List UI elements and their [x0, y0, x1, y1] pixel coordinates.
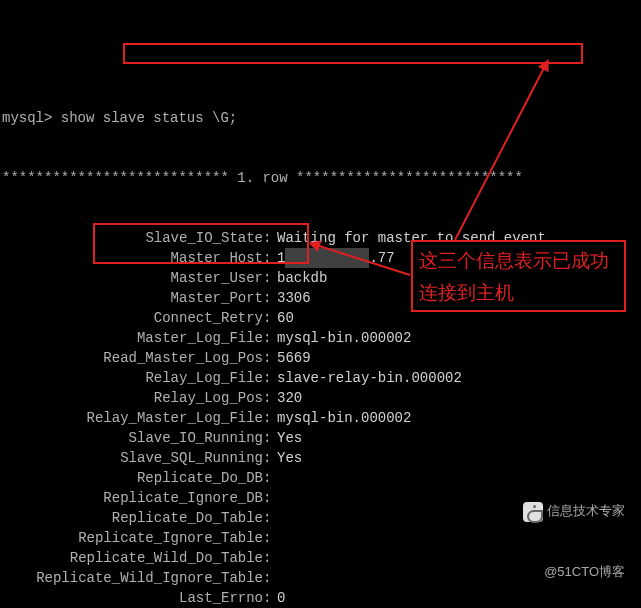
colon: :: [263, 308, 277, 328]
colon: :: [263, 328, 277, 348]
colon: :: [263, 548, 277, 568]
colon: :: [263, 388, 277, 408]
status-value: 5669: [277, 348, 311, 368]
status-row: Relay_Master_Log_File: mysql-bin.000002: [0, 408, 641, 428]
status-label: Read_Master_Log_Pos: [0, 348, 263, 368]
status-row: Relay_Log_Pos: 320: [0, 388, 641, 408]
status-value: mysql-bin.000002: [277, 328, 411, 348]
colon: :: [263, 468, 277, 488]
annotation-callout: 这三个信息表示已成功连接到主机: [411, 240, 626, 312]
colon: :: [263, 488, 277, 508]
colon: :: [263, 288, 277, 308]
colon: :: [263, 448, 277, 468]
status-label: Relay_Log_Pos: [0, 388, 263, 408]
colon: :: [263, 588, 277, 608]
highlight-box-slave-io-state: [123, 43, 583, 64]
status-value: mysql-bin.000002: [277, 408, 411, 428]
status-label: Master_Port: [0, 288, 263, 308]
status-label: Replicate_Do_Table: [0, 508, 263, 528]
colon: :: [263, 348, 277, 368]
status-value: 3306: [277, 288, 311, 308]
status-label: Last_Errno: [0, 588, 263, 608]
status-label: Slave_SQL_Running: [0, 448, 263, 468]
mysql-prompt: mysql> show slave status \G;: [0, 108, 641, 128]
status-value: 320: [277, 388, 302, 408]
status-row: Relay_Log_File: slave-relay-bin.000002: [0, 368, 641, 388]
colon: :: [263, 268, 277, 288]
status-label: Master_Log_File: [0, 328, 263, 348]
colon: :: [263, 528, 277, 548]
status-value: Yes: [277, 448, 302, 468]
status-row: Slave_IO_Running: Yes: [0, 428, 641, 448]
status-label: Relay_Log_File: [0, 368, 263, 388]
status-label: Replicate_Wild_Do_Table: [0, 548, 263, 568]
status-value: backdb: [277, 268, 327, 288]
status-label: Replicate_Ignore_DB: [0, 488, 263, 508]
status-row: Master_Log_File: mysql-bin.000002: [0, 328, 641, 348]
status-label: Slave_IO_Running: [0, 428, 263, 448]
status-label: Master_User: [0, 268, 263, 288]
status-label: Replicate_Wild_Ignore_Table: [0, 568, 263, 588]
row-separator: *************************** 1. row *****…: [0, 168, 641, 188]
colon: :: [263, 508, 277, 528]
status-value: Yes: [277, 428, 302, 448]
status-label: Connect_Retry: [0, 308, 263, 328]
status-value: slave-relay-bin.000002: [277, 368, 462, 388]
colon: :: [263, 428, 277, 448]
watermark: 信息技术专家 @51CTO博客: [523, 461, 625, 602]
colon: :: [263, 408, 277, 428]
colon: :: [263, 368, 277, 388]
status-label: Replicate_Ignore_Table: [0, 528, 263, 548]
colon: :: [263, 568, 277, 588]
highlight-box-slave-running: [93, 223, 309, 264]
watermark-text-2: @51CTO博客: [523, 562, 625, 582]
wechat-icon: [523, 502, 543, 522]
status-row: Read_Master_Log_Pos: 5669: [0, 348, 641, 368]
status-label: Replicate_Do_DB: [0, 468, 263, 488]
status-label: Relay_Master_Log_File: [0, 408, 263, 428]
watermark-text-1: 信息技术专家: [547, 503, 625, 518]
status-value: 60: [277, 308, 294, 328]
status-value: 0: [277, 588, 285, 608]
